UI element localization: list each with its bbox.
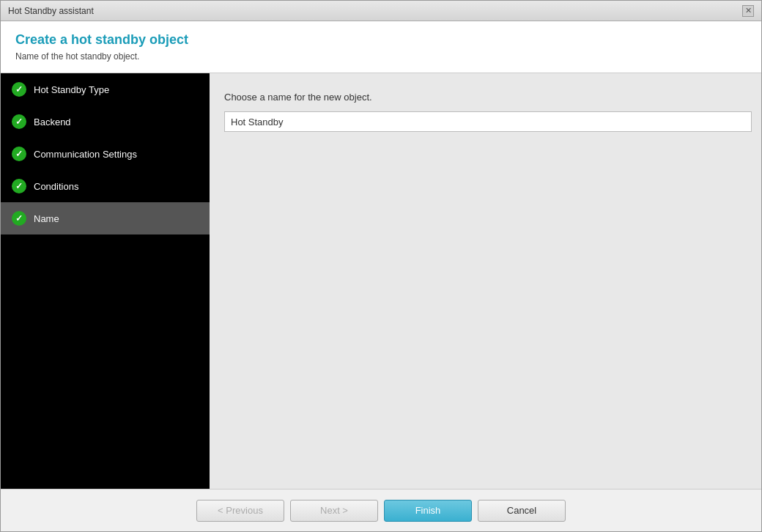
sidebar-label-hot-standby-type: Hot Standby Type	[34, 84, 109, 95]
page-title: Create a hot standby object	[15, 32, 747, 48]
next-button[interactable]: Next >	[290, 500, 378, 522]
finish-button[interactable]: Finish	[384, 500, 472, 522]
window: Hot Standby assistant ✕ Create a hot sta…	[0, 0, 762, 532]
object-name-input[interactable]	[224, 111, 752, 132]
footer: < Previous Next > Finish Cancel	[1, 489, 761, 531]
titlebar: Hot Standby assistant ✕	[1, 1, 761, 21]
main-panel: Choose a name for the new object.	[210, 73, 761, 489]
sidebar-label-name: Name	[34, 213, 59, 224]
sidebar-item-hot-standby-type[interactable]: ✓Hot Standby Type	[1, 73, 210, 106]
name-instruction-label: Choose a name for the new object.	[224, 92, 752, 103]
close-button[interactable]: ✕	[742, 5, 754, 17]
sidebar-label-backend: Backend	[34, 117, 71, 128]
sidebar-label-conditions: Conditions	[34, 181, 78, 192]
page-subtitle: Name of the hot standby object.	[15, 51, 747, 62]
window-title: Hot Standby assistant	[8, 6, 94, 16]
header-area: Create a hot standby object Name of the …	[1, 21, 761, 73]
sidebar-label-communication-settings: Communication Settings	[34, 149, 137, 160]
sidebar: ✓Hot Standby Type✓Backend✓Communication …	[1, 73, 210, 489]
check-icon-name: ✓	[12, 211, 26, 226]
sidebar-item-communication-settings[interactable]: ✓Communication Settings	[1, 138, 210, 170]
cancel-button[interactable]: Cancel	[478, 500, 566, 522]
sidebar-item-conditions[interactable]: ✓Conditions	[1, 170, 210, 202]
check-icon-communication-settings: ✓	[12, 147, 26, 161]
previous-button[interactable]: < Previous	[196, 500, 284, 522]
content-area: ✓Hot Standby Type✓Backend✓Communication …	[1, 73, 761, 489]
sidebar-item-backend[interactable]: ✓Backend	[1, 106, 210, 138]
check-icon-hot-standby-type: ✓	[12, 82, 26, 97]
sidebar-item-name[interactable]: ✓Name	[1, 202, 210, 234]
check-icon-conditions: ✓	[12, 179, 26, 193]
check-icon-backend: ✓	[12, 114, 26, 129]
